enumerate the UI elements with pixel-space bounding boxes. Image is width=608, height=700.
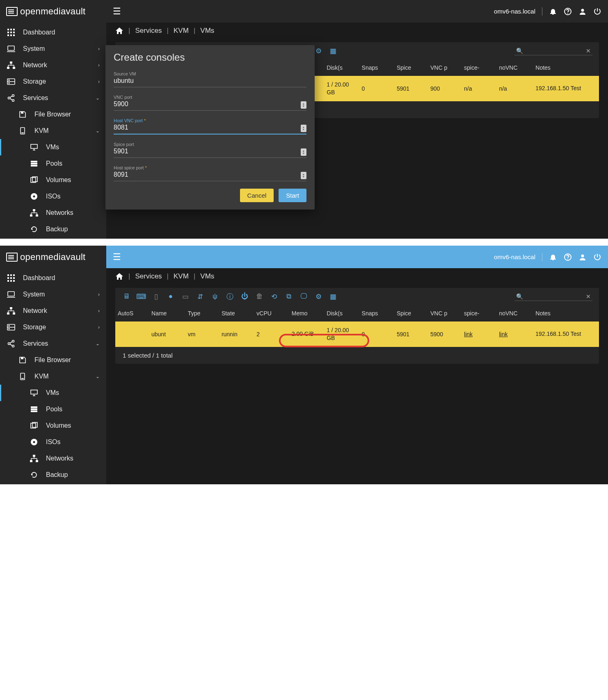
help-icon[interactable] xyxy=(564,7,572,16)
search-input[interactable] xyxy=(526,48,586,54)
clear-search-icon[interactable]: ✕ xyxy=(586,293,591,300)
svg-rect-91 xyxy=(30,460,32,462)
menu-toggle-icon[interactable]: ☰ xyxy=(113,252,121,262)
tool-delete-icon[interactable]: 🗑 xyxy=(255,292,264,301)
vm-panel: 🖥 ⌨ ▯ ● ▭ ⇵ ψ ⓘ ⏻ 🗑 ⟲ ⧉ 🖵 ⚙ ▦ 🔍 xyxy=(115,288,599,364)
crumb-vms[interactable]: VMs xyxy=(200,27,214,35)
sidebar-item-volumes[interactable]: Volumes xyxy=(0,417,106,434)
tool-keyboard-icon[interactable]: ⌨ xyxy=(137,292,146,301)
crumb-vms[interactable]: VMs xyxy=(200,272,214,280)
sidebar-item-storage[interactable]: Storage › xyxy=(0,73,106,90)
sidebar-item-dashboard[interactable]: Dashboard xyxy=(0,270,106,286)
tool-info-icon[interactable]: ⓘ xyxy=(225,292,234,301)
stepper-icon[interactable]: ▴▾ xyxy=(301,101,306,109)
sidebar-item-isos[interactable]: ISOs xyxy=(0,188,106,205)
search-box[interactable]: 🔍 ✕ xyxy=(514,47,592,55)
spice-port-input[interactable] xyxy=(114,147,306,157)
spice-link[interactable]: link xyxy=(464,331,473,337)
tool-network-icon[interactable]: ⇵ xyxy=(196,292,205,301)
sidebar-item-system[interactable]: System › xyxy=(0,41,106,57)
tool-disc-icon[interactable]: ● xyxy=(166,292,175,301)
tool-card-icon[interactable]: ▭ xyxy=(181,292,190,301)
host-vnc-port-input[interactable] xyxy=(114,123,306,134)
sidebar-item-services[interactable]: Services⌄ xyxy=(0,335,106,352)
power-icon[interactable] xyxy=(593,253,601,261)
tool-copy-icon[interactable]: ⧉ xyxy=(284,292,293,301)
laptop-icon xyxy=(7,290,16,299)
tool-settings-icon[interactable]: ⚙ xyxy=(314,46,323,55)
host-vnc-port-field[interactable]: Host VNC port * ▴▾ xyxy=(114,113,306,135)
tool-console-icon[interactable]: 🖵 xyxy=(299,292,308,301)
stepper-icon[interactable]: ▴▾ xyxy=(301,172,306,179)
help-icon[interactable] xyxy=(564,253,572,261)
sidebar-item-storage[interactable]: Storage› xyxy=(0,319,106,335)
svg-rect-13 xyxy=(13,67,15,69)
source-vm-field[interactable]: Source VM xyxy=(114,66,306,87)
menu-toggle-icon[interactable]: ☰ xyxy=(113,6,121,17)
sidebar-item-backup[interactable]: Backup xyxy=(0,467,106,483)
tool-grid-icon[interactable]: ▦ xyxy=(329,46,338,55)
sidebar-item-dashboard[interactable]: Dashboard xyxy=(0,24,106,41)
sidebar-item-system[interactable]: System› xyxy=(0,286,106,303)
spice-port-field[interactable]: Spice port ▴▾ xyxy=(114,137,306,158)
sidebar-item-vms[interactable]: VMs xyxy=(0,385,106,401)
sidebar-item-services[interactable]: Services ⌄ xyxy=(0,90,106,106)
host-spice-port-field[interactable]: Host spice port * ▴▾ xyxy=(114,160,306,181)
crumb-services[interactable]: Services xyxy=(135,27,162,35)
cancel-button[interactable]: Cancel xyxy=(240,189,274,202)
sidebar-item-pools[interactable]: Pools xyxy=(0,155,106,172)
tool-snapshot-icon[interactable]: ⟲ xyxy=(270,292,279,301)
save-icon xyxy=(18,356,27,364)
svg-point-99 xyxy=(581,254,584,257)
user-icon[interactable] xyxy=(578,7,587,16)
vnc-port-field[interactable]: VNC port ▴▾ xyxy=(114,90,306,111)
sidebar-item-pools[interactable]: Pools xyxy=(0,401,106,417)
stepper-icon[interactable]: ▴▾ xyxy=(301,125,306,132)
sidebar-item-kvm[interactable]: KVM⌄ xyxy=(0,368,106,385)
power-icon[interactable] xyxy=(593,7,601,16)
share-icon xyxy=(7,340,16,348)
tool-grid-icon[interactable]: ▦ xyxy=(329,292,338,301)
brand-logo[interactable]: openmediavault xyxy=(0,246,106,268)
novnc-link[interactable]: link xyxy=(499,331,507,337)
tool-monitor-icon[interactable]: 🖥 xyxy=(122,292,131,301)
crumb-kvm[interactable]: KVM xyxy=(174,27,189,35)
sidebar-item-networks[interactable]: Networks xyxy=(0,450,106,467)
tool-usb-icon[interactable]: ψ xyxy=(210,292,219,301)
sidebar-item-volumes[interactable]: Volumes xyxy=(0,172,106,188)
host-spice-port-input[interactable] xyxy=(114,170,306,181)
crumb-services[interactable]: Services xyxy=(135,272,162,280)
breadcrumb: | Services | KVM | VMs xyxy=(106,268,608,285)
home-crumb[interactable] xyxy=(115,27,123,34)
sidebar-item-networks[interactable]: Networks xyxy=(0,205,106,221)
sidebar-item-isos[interactable]: ISOs xyxy=(0,434,106,450)
clear-search-icon[interactable]: ✕ xyxy=(586,48,591,54)
crumb-kvm[interactable]: KVM xyxy=(174,272,189,280)
sidebar-item-kvm[interactable]: KVM ⌄ xyxy=(0,123,106,139)
svg-rect-11 xyxy=(10,62,12,64)
sidebar-item-filebrowser[interactable]: File Browser xyxy=(0,352,106,368)
source-vm-input[interactable] xyxy=(114,76,306,87)
user-icon[interactable] xyxy=(578,253,587,261)
tool-power-icon[interactable]: ⏻ xyxy=(240,292,249,301)
bell-icon[interactable] xyxy=(549,7,557,16)
sidebar-item-vms[interactable]: VMs xyxy=(0,139,106,155)
svg-rect-55 xyxy=(13,277,15,279)
sidebar-item-network[interactable]: Network › xyxy=(0,57,106,73)
search-box[interactable]: 🔍 ✕ xyxy=(514,292,592,301)
svg-rect-9 xyxy=(8,46,14,50)
bell-icon[interactable] xyxy=(549,253,557,261)
vnc-port-input[interactable] xyxy=(114,100,306,110)
start-button[interactable]: Start xyxy=(279,189,306,202)
sidebar-item-backup[interactable]: Backup xyxy=(0,221,106,237)
brand-logo[interactable]: openmediavault xyxy=(0,0,106,23)
sidebar-item-filebrowser[interactable]: File Browser xyxy=(0,106,106,123)
search-input[interactable] xyxy=(526,293,586,300)
home-crumb[interactable] xyxy=(115,273,123,280)
tool-settings-icon[interactable]: ⚙ xyxy=(314,292,323,301)
sidebar-item-network[interactable]: Network› xyxy=(0,303,106,319)
topbar: ☰ omv6-nas.local xyxy=(106,0,608,23)
stepper-icon[interactable]: ▴▾ xyxy=(301,148,306,156)
tool-device-icon[interactable]: ▯ xyxy=(151,292,160,301)
table-row[interactable]: ubunt vm runnin 2 2.00 GiB 1 / 20.00 GB … xyxy=(115,321,599,347)
